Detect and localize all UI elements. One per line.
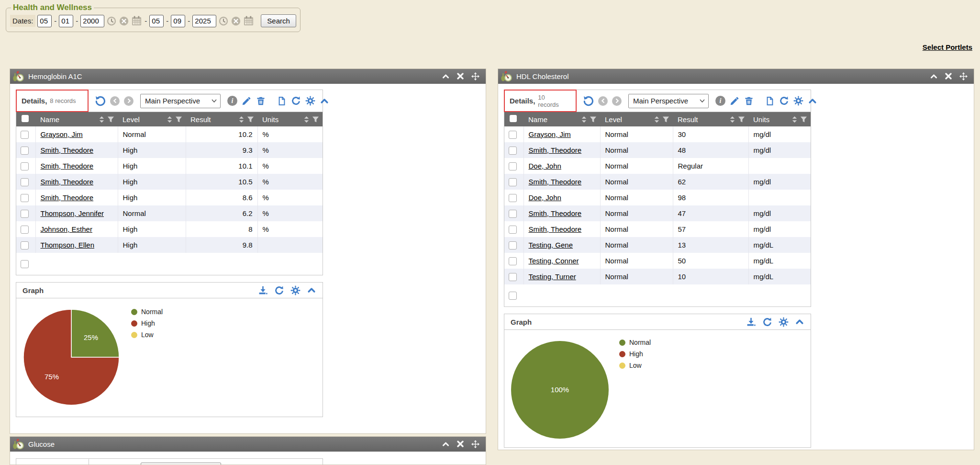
row-checkbox[interactable] — [21, 241, 29, 250]
from-year-input[interactable] — [80, 15, 104, 27]
select-all-checkbox[interactable] — [510, 115, 517, 122]
collapse-section-icon[interactable] — [320, 96, 329, 106]
perspective-select[interactable]: Main Perspective — [140, 94, 221, 108]
sort-icon[interactable] — [99, 116, 105, 123]
collapse-portlet-icon[interactable] — [930, 73, 937, 80]
new-page-icon[interactable] — [765, 96, 775, 106]
perspective-select[interactable] — [141, 463, 221, 465]
sort-icon[interactable] — [238, 116, 245, 123]
from-day-input[interactable] — [59, 15, 73, 27]
settings-gear-icon[interactable] — [305, 96, 315, 106]
to-month-input[interactable] — [149, 15, 164, 27]
move-portlet-icon[interactable] — [959, 72, 968, 80]
download-icon[interactable] — [746, 317, 756, 327]
new-page-icon[interactable] — [277, 96, 287, 106]
filter-funnel-icon[interactable] — [175, 116, 182, 123]
patient-link[interactable]: Smith, Theodore — [529, 178, 582, 186]
forward-icon[interactable] — [612, 96, 622, 106]
edit-pencil-icon[interactable] — [242, 96, 252, 106]
sort-icon[interactable] — [729, 116, 735, 123]
filter-funnel-icon[interactable] — [312, 116, 319, 123]
row-checkbox[interactable] — [21, 178, 29, 186]
delete-trash-icon[interactable] — [256, 96, 266, 106]
select-all-checkbox[interactable] — [22, 115, 29, 122]
patient-link[interactable]: Testing, Conner — [529, 257, 579, 265]
refresh-icon[interactable] — [762, 317, 772, 327]
patient-link[interactable]: Smith, Theodore — [41, 178, 94, 186]
patient-link[interactable]: Testing, Turner — [529, 272, 576, 281]
patient-link[interactable]: Smith, Theodore — [529, 225, 582, 233]
search-button[interactable]: Search — [261, 14, 296, 27]
row-checkbox[interactable] — [509, 292, 517, 300]
row-checkbox[interactable] — [509, 241, 517, 250]
undo-icon[interactable] — [583, 95, 594, 106]
patient-link[interactable]: Testing, Gene — [529, 241, 573, 249]
move-portlet-icon[interactable] — [471, 440, 479, 448]
patient-link[interactable]: Doe, John — [529, 162, 561, 170]
sort-icon[interactable] — [654, 116, 660, 123]
filter-funnel-icon[interactable] — [247, 116, 254, 123]
row-checkbox[interactable] — [509, 131, 517, 139]
info-icon[interactable]: i — [715, 96, 725, 106]
filter-funnel-icon[interactable] — [662, 116, 669, 123]
from-calendar-icon[interactable] — [131, 15, 142, 26]
sort-icon[interactable] — [791, 116, 798, 123]
row-checkbox[interactable] — [21, 194, 29, 202]
back-icon[interactable] — [598, 96, 608, 106]
row-checkbox[interactable] — [509, 178, 517, 186]
to-day-input[interactable] — [171, 15, 185, 27]
collapse-portlet-icon[interactable] — [442, 73, 449, 80]
sort-icon[interactable] — [581, 116, 587, 123]
download-icon[interactable] — [258, 285, 268, 295]
patient-link[interactable]: Doe, John — [529, 193, 561, 202]
settings-gear-icon[interactable] — [793, 96, 803, 106]
undo-icon[interactable] — [95, 95, 106, 106]
row-checkbox[interactable] — [509, 257, 517, 265]
to-calendar-icon[interactable] — [243, 15, 254, 26]
close-portlet-icon[interactable] — [945, 73, 952, 79]
filter-funnel-icon[interactable] — [738, 116, 745, 123]
patient-link[interactable]: Grayson, Jim — [41, 130, 83, 138]
filter-funnel-icon[interactable] — [590, 116, 597, 123]
row-checkbox[interactable] — [509, 162, 517, 170]
to-year-input[interactable] — [192, 15, 216, 27]
from-time-clock-icon[interactable] — [106, 16, 117, 26]
info-icon[interactable]: i — [227, 96, 237, 106]
patient-link[interactable]: Grayson, Jim — [529, 130, 571, 138]
patient-link[interactable]: Smith, Theodore — [41, 193, 94, 202]
patient-link[interactable]: Smith, Theodore — [41, 162, 94, 170]
patient-link[interactable]: Smith, Theodore — [41, 146, 94, 154]
sort-icon[interactable] — [167, 116, 173, 123]
close-portlet-icon[interactable] — [457, 73, 464, 79]
collapse-portlet-icon[interactable] — [442, 441, 449, 448]
patient-link[interactable]: Smith, Theodore — [529, 146, 582, 154]
collapse-section-icon[interactable] — [795, 317, 804, 327]
collapse-section-icon[interactable] — [307, 285, 316, 295]
delete-trash-icon[interactable] — [744, 96, 754, 106]
edit-pencil-icon[interactable] — [730, 96, 740, 106]
row-checkbox[interactable] — [21, 162, 29, 170]
patient-link[interactable]: Thompson, Ellen — [41, 241, 95, 249]
collapse-section-icon[interactable] — [808, 96, 817, 106]
forward-icon[interactable] — [124, 96, 134, 106]
settings-gear-icon[interactable] — [779, 317, 789, 327]
refresh-icon[interactable] — [291, 96, 301, 106]
refresh-icon[interactable] — [779, 96, 789, 106]
settings-gear-icon[interactable] — [290, 285, 301, 295]
from-month-input[interactable] — [37, 15, 52, 27]
row-checkbox[interactable] — [509, 147, 517, 155]
patient-link[interactable]: Johnson, Esther — [41, 225, 92, 233]
patient-link[interactable]: Smith, Theodore — [529, 209, 582, 217]
move-portlet-icon[interactable] — [471, 72, 479, 80]
to-clear-icon[interactable] — [231, 16, 241, 26]
row-checkbox[interactable] — [21, 226, 29, 234]
sort-icon[interactable] — [303, 116, 310, 123]
row-checkbox[interactable] — [509, 194, 517, 202]
from-clear-icon[interactable] — [119, 16, 129, 26]
filter-funnel-icon[interactable] — [107, 116, 114, 123]
row-checkbox[interactable] — [509, 226, 517, 234]
row-checkbox[interactable] — [21, 131, 29, 139]
close-portlet-icon[interactable] — [457, 441, 464, 447]
row-checkbox[interactable] — [509, 273, 517, 281]
row-checkbox[interactable] — [21, 260, 29, 268]
